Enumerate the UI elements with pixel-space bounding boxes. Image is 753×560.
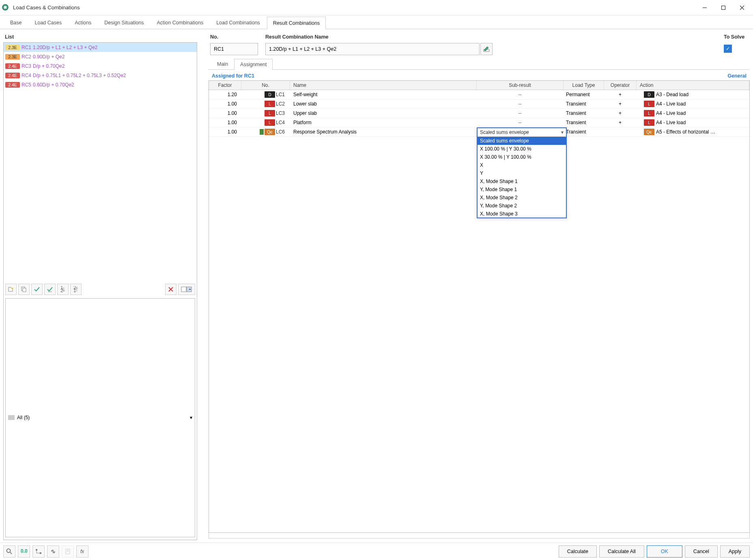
cell-sub[interactable]: -- <box>477 101 564 107</box>
cell-action[interactable]: L A4 - Live load <box>637 119 749 126</box>
lc-id: LC1 <box>276 92 288 97</box>
function-icon[interactable]: fx <box>76 545 88 558</box>
cell-factor[interactable]: 1.00 <box>209 101 241 107</box>
cell-load[interactable]: Transient <box>564 110 604 116</box>
check2-icon[interactable] <box>44 284 56 295</box>
cell-load[interactable]: Permanent <box>564 92 604 97</box>
maximize-button[interactable] <box>714 1 733 14</box>
tab-load-combinations[interactable]: Load Combinations <box>210 16 266 29</box>
col-op[interactable]: Operator <box>604 81 637 90</box>
list-item[interactable]: 2.4E RC4 D/p + 0.75L1 + 0.75L2 + 0.75L3 … <box>4 71 197 80</box>
new-icon[interactable]: ★ <box>5 284 17 295</box>
copy-icon[interactable] <box>18 284 30 295</box>
link-icon[interactable] <box>47 545 59 558</box>
col-sub[interactable]: Sub-result <box>477 81 564 90</box>
sub-tab-assignment[interactable]: Assignment <box>234 59 273 70</box>
general-link[interactable]: General <box>727 73 747 79</box>
table-row[interactable]: 1.20 D LC1 Self-weight -- Permanent + D … <box>209 90 749 99</box>
list-item[interactable]: 2.3E RC1 1.20D/p + L1 + L2 + L3 + Qe2 <box>4 43 197 52</box>
cell-action[interactable]: Qe A5 - Effects of horizontal … <box>637 129 749 135</box>
cell-no[interactable]: L LC3 <box>241 110 290 116</box>
cell-action[interactable]: D A3 - Dead load <box>637 91 749 98</box>
filter-select[interactable]: All (5) ▾ <box>5 298 195 538</box>
cell-action[interactable]: L A4 - Live load <box>637 110 749 116</box>
tab-action-combinations[interactable]: Action Combinations <box>151 16 210 29</box>
close-button[interactable] <box>733 1 751 14</box>
cell-op[interactable]: + <box>604 101 637 107</box>
sort2-icon[interactable]: 21 <box>70 284 82 295</box>
cell-name[interactable]: Platform <box>290 120 477 125</box>
grid-horizontal-scrollbar[interactable] <box>209 533 750 538</box>
cell-factor[interactable]: 1.00 <box>209 129 241 135</box>
dropdown-item[interactable]: Scaled sums envelope <box>478 137 566 145</box>
cell-factor[interactable]: 1.20 <box>209 92 241 97</box>
list-item[interactable]: 2.3E RC2 0.90D/p + Qe2 <box>4 52 197 61</box>
col-no[interactable]: No. <box>241 81 290 90</box>
delete-icon[interactable] <box>165 284 176 295</box>
edit-name-button[interactable] <box>480 43 493 55</box>
cell-no[interactable]: L LC4 <box>241 119 290 126</box>
cell-name[interactable]: Upper slab <box>290 110 477 116</box>
cell-no[interactable]: Qe LC6 <box>241 129 290 135</box>
dropdown-item[interactable]: X 30.00 % | Y 100.00 % <box>478 153 566 161</box>
cell-no[interactable]: L LC2 <box>241 101 290 107</box>
dropdown-item[interactable]: X, Mode Shape 1 <box>478 177 566 185</box>
dropdown-item[interactable]: X 100.00 % | Y 30.00 % <box>478 145 566 153</box>
cell-action[interactable]: L A4 - Live load <box>637 101 749 107</box>
list-item[interactable]: 2.4E RC5 0.60D/p + 0.70Qe2 <box>4 80 197 89</box>
tab-base[interactable]: Base <box>4 16 28 29</box>
cell-op[interactable]: + <box>604 92 637 97</box>
cell-factor[interactable]: 1.00 <box>209 120 241 125</box>
name-input[interactable] <box>265 43 480 55</box>
table-row[interactable]: 1.00 L LC3 Upper slab -- Transient + L A… <box>209 109 749 118</box>
sub-result-dropdown[interactable]: Scaled sums envelope ▾ Scaled sums envel… <box>477 127 567 218</box>
cancel-button[interactable]: Cancel <box>685 545 718 558</box>
cell-factor[interactable]: 1.00 <box>209 110 241 116</box>
cell-sub[interactable]: -- <box>477 120 564 125</box>
cell-name[interactable]: Response Spectrum Analysis <box>290 129 477 135</box>
mode-toggle-icon[interactable] <box>178 284 195 295</box>
calculate-all-button[interactable]: Calculate All <box>599 545 644 558</box>
action-text: A5 - Effects of horizontal … <box>656 129 715 135</box>
cell-no[interactable]: D LC1 <box>241 91 290 98</box>
cell-name[interactable]: Self-weight <box>290 92 477 97</box>
cell-load[interactable]: Transient <box>564 129 604 135</box>
col-load[interactable]: Load Type <box>564 81 604 90</box>
cell-sub[interactable]: -- <box>477 92 564 97</box>
table-row[interactable]: 1.00 L LC2 Lower slab -- Transient + L A… <box>209 99 749 109</box>
dropdown-item[interactable]: X, Mode Shape 2 <box>478 194 566 202</box>
tab-design-situations[interactable]: Design Situations <box>98 16 150 29</box>
tab-actions[interactable]: Actions <box>69 16 97 29</box>
dropdown-item[interactable]: Y, Mode Shape 1 <box>478 185 566 194</box>
sub-tab-main[interactable]: Main <box>211 58 234 69</box>
dropdown-item[interactable]: X, Mode Shape 3 <box>478 210 566 218</box>
cell-sub[interactable]: -- <box>477 110 564 116</box>
cell-load[interactable]: Transient <box>564 101 604 107</box>
list-item[interactable]: 2.4E RC3 D/p + 0.70Qe2 <box>4 61 197 71</box>
col-name[interactable]: Name <box>290 81 477 90</box>
ok-button[interactable]: OK <box>647 545 682 558</box>
sort1-icon[interactable]: 12 <box>57 284 69 295</box>
apply-button[interactable]: Apply <box>720 545 750 558</box>
table-row[interactable]: 1.00 L LC4 Platform -- Transient + L A4 … <box>209 118 749 127</box>
minimize-button[interactable] <box>695 1 714 14</box>
solve-checkbox[interactable]: ✓ <box>724 45 732 53</box>
tab-result-combinations[interactable]: Result Combinations <box>267 17 326 29</box>
no-input[interactable] <box>210 43 258 55</box>
cell-op[interactable]: + <box>604 120 637 125</box>
col-factor[interactable]: Factor <box>209 81 241 90</box>
dropdown-item[interactable]: X <box>478 161 566 169</box>
check1-icon[interactable] <box>31 284 43 295</box>
cell-load[interactable]: Transient <box>564 120 604 125</box>
dropdown-item[interactable]: Y <box>478 169 566 177</box>
units-icon[interactable]: 0.00 <box>18 545 30 558</box>
dropdown-item[interactable]: Y, Mode Shape 2 <box>478 202 566 210</box>
col-action[interactable]: Action <box>637 81 749 90</box>
tree-icon[interactable] <box>32 545 45 558</box>
search-icon[interactable] <box>3 545 15 558</box>
tab-load-cases[interactable]: Load Cases <box>29 16 68 29</box>
cell-op[interactable]: + <box>604 110 637 116</box>
cell-name[interactable]: Lower slab <box>290 101 477 107</box>
calculate-button[interactable]: Calculate <box>559 545 597 558</box>
dropdown-selected[interactable]: Scaled sums envelope ▾ <box>478 128 566 136</box>
